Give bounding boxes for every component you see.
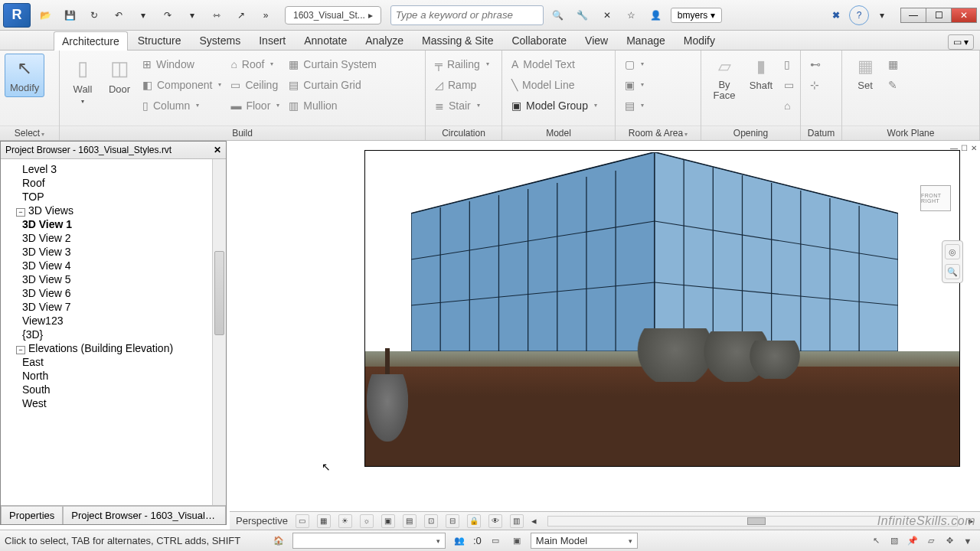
wall-opening-button[interactable]: ▯ xyxy=(779,54,799,74)
grid-button[interactable]: ⊹ xyxy=(805,74,825,95)
select-face-icon[interactable]: ▱ xyxy=(923,534,939,548)
open-icon[interactable]: 📂 xyxy=(35,5,55,25)
railing-button[interactable]: ╤Railing xyxy=(430,54,494,74)
visual-style-icon[interactable]: ☀ xyxy=(338,514,352,528)
save-icon[interactable]: 💾 xyxy=(60,5,80,25)
measure-icon[interactable]: ⇿ xyxy=(207,5,227,25)
status-worksharing-icon[interactable]: 👥 xyxy=(452,534,467,548)
crop-show-icon[interactable]: ⊟ xyxy=(446,514,459,528)
tab-architecture[interactable]: Architecture xyxy=(54,31,128,51)
status-editable-icon[interactable]: ▭ xyxy=(488,534,503,548)
tree-item-3dview7[interactable]: 3D View 7 xyxy=(22,300,226,314)
steering-wheel-icon[interactable]: ◎ xyxy=(945,244,960,259)
collapse-icon[interactable]: − xyxy=(16,346,25,354)
select-links-icon[interactable]: ↖ xyxy=(868,534,884,548)
drag-icon[interactable]: ✥ xyxy=(942,534,957,548)
tree-group-3dviews[interactable]: −3D Views xyxy=(16,204,226,217)
ref-plane-button[interactable]: ✎ xyxy=(884,74,903,95)
tree-item-west[interactable]: West xyxy=(22,396,226,410)
mullion-button[interactable]: ▥Mullion xyxy=(284,95,381,116)
tree-item-3dview5[interactable]: 3D View 5 xyxy=(22,272,226,286)
tree-item-top[interactable]: TOP xyxy=(22,190,226,204)
tab-project-browser[interactable]: Project Browser - 1603_Visual_... xyxy=(63,506,226,524)
minimize-button[interactable]: — xyxy=(900,8,926,23)
view-close-icon[interactable]: ✕ xyxy=(971,144,977,152)
drawing-canvas[interactable] xyxy=(364,150,960,467)
reveal-icon[interactable]: ▥ xyxy=(510,514,524,528)
tree-item-3dview1[interactable]: 3D View 1 xyxy=(22,217,226,231)
modify-button[interactable]: ↖ Modify xyxy=(5,54,44,97)
tree-item-north[interactable]: North xyxy=(22,369,226,383)
user-label[interactable]: bmyers ▾ xyxy=(671,8,722,23)
tree-group-elevations[interactable]: −Elevations (Building Elevation) xyxy=(16,341,226,355)
close-button[interactable]: ✕ xyxy=(951,8,977,23)
design-options-combo[interactable] xyxy=(292,533,446,549)
sun-path-icon[interactable]: ☼ xyxy=(360,514,374,528)
view-cube[interactable]: FRONT RIGHT xyxy=(913,179,959,217)
navigation-bar[interactable]: ◎ 🔍 xyxy=(942,240,963,283)
tab-structure[interactable]: Structure xyxy=(129,31,190,50)
wall-button[interactable]: ▯Wall▾ xyxy=(64,54,101,108)
project-tree[interactable]: Level 3 Roof TOP −3D Views 3D View 1 3D … xyxy=(1,159,226,505)
hscroll-thumb[interactable] xyxy=(747,517,766,525)
show-plane-button[interactable]: ▦ xyxy=(884,54,903,74)
floor-button[interactable]: ▬Floor xyxy=(226,95,284,116)
tree-item-3dview3[interactable]: 3D View 3 xyxy=(22,245,226,259)
search-icon[interactable]: 🔍 xyxy=(548,5,568,25)
status-home-icon[interactable]: 🏠 xyxy=(271,534,286,548)
hscroll-left-icon[interactable]: ◂ xyxy=(531,515,537,527)
tree-item-view123[interactable]: View123 xyxy=(22,314,226,328)
tree-item-3dview6[interactable]: 3D View 6 xyxy=(22,286,226,300)
redo-icon[interactable]: ↷ xyxy=(158,5,178,25)
undo-drop-icon[interactable]: ▾ xyxy=(133,5,153,25)
qat-more-icon[interactable]: » xyxy=(256,5,276,25)
tree-item-south[interactable]: South xyxy=(22,383,226,396)
panel-select-title[interactable]: Select xyxy=(0,126,59,140)
status-editonly-icon[interactable]: ▣ xyxy=(509,534,524,548)
tab-collaborate[interactable]: Collaborate xyxy=(503,31,575,50)
tree-item-roof[interactable]: Roof xyxy=(22,176,226,190)
tree-item-3d[interactable]: {3D} xyxy=(22,328,226,341)
view-max-icon[interactable]: ☐ xyxy=(961,144,968,152)
select-underlay-icon[interactable]: ▧ xyxy=(887,534,902,548)
tree-item-level3[interactable]: Level 3 xyxy=(22,162,226,176)
component-button[interactable]: ◧Component xyxy=(138,74,226,95)
set-button[interactable]: ▦Set xyxy=(847,54,884,94)
viewport[interactable]: — ☐ ✕ xyxy=(227,141,980,525)
shadows-icon[interactable]: ▣ xyxy=(381,514,395,528)
crop-icon[interactable]: ⊡ xyxy=(424,514,438,528)
tree-scrollbar[interactable] xyxy=(212,159,226,505)
tab-analyze[interactable]: Analyze xyxy=(357,31,412,50)
zoom-icon[interactable]: 🔍 xyxy=(945,264,960,279)
document-title[interactable]: 1603_Visual_St...▸ xyxy=(285,6,381,24)
keys-icon[interactable]: 🔧 xyxy=(573,5,593,25)
tree-scroll-thumb[interactable] xyxy=(214,251,224,335)
temp-hide-icon[interactable]: 👁 xyxy=(488,514,502,528)
tag-button[interactable]: ▤ xyxy=(620,95,648,116)
tree-item-east[interactable]: East xyxy=(22,355,226,369)
door-button[interactable]: ◫Door xyxy=(101,54,138,98)
sync-icon[interactable]: ↻ xyxy=(84,5,104,25)
column-button[interactable]: ▯Column xyxy=(138,95,226,116)
tab-insert[interactable]: Insert xyxy=(250,31,294,50)
undo-icon[interactable]: ↶ xyxy=(109,5,129,25)
tab-properties[interactable]: Properties xyxy=(1,506,63,524)
shaft-button[interactable]: ▮Shaft xyxy=(743,54,779,94)
user-icon[interactable]: 👤 xyxy=(646,5,666,25)
app-icon[interactable]: R xyxy=(3,3,31,28)
roof-button[interactable]: ⌂Roof xyxy=(226,54,284,74)
room-button[interactable]: ▢ xyxy=(620,54,648,74)
panel-room-area-title[interactable]: Room & Area xyxy=(616,126,701,140)
help-drop-icon[interactable]: ▾ xyxy=(872,5,892,25)
curtain-system-button[interactable]: ▦Curtain System xyxy=(284,54,381,74)
curtain-grid-button[interactable]: ▤Curtain Grid xyxy=(284,74,381,95)
model-line-button[interactable]: ╲Model Line xyxy=(507,74,602,95)
tab-annotate[interactable]: Annotate xyxy=(296,31,355,50)
exchange-icon[interactable]: ✕ xyxy=(597,5,617,25)
stair-button[interactable]: ≣Stair xyxy=(430,95,494,116)
detail-icon[interactable]: ▦ xyxy=(317,514,331,528)
close-panel-icon[interactable]: ✕ xyxy=(214,145,221,155)
search-input[interactable] xyxy=(390,5,544,25)
tree-item-3dview2[interactable]: 3D View 2 xyxy=(22,231,226,245)
maximize-button[interactable]: ☐ xyxy=(926,8,952,23)
